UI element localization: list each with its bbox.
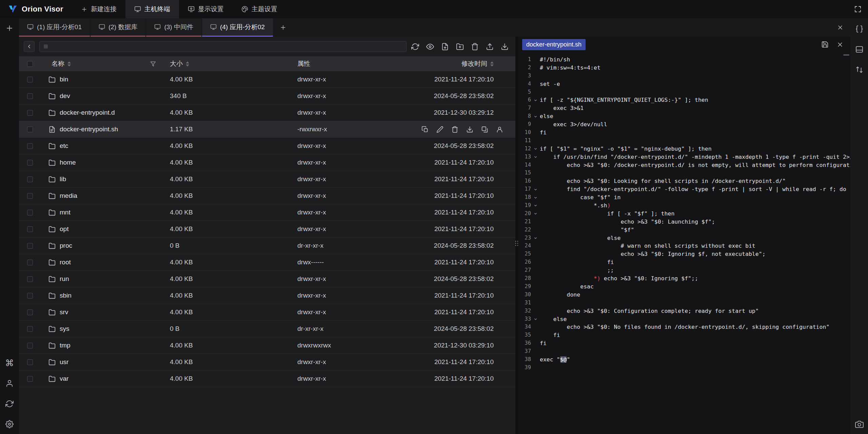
new-tab-icon[interactable]: [5, 24, 14, 33]
close-editor-icon[interactable]: [836, 41, 844, 48]
file-name-cell[interactable]: usr: [41, 358, 165, 366]
nav-item-host-terminal[interactable]: 主机终端: [125, 0, 179, 18]
permission-icon[interactable]: [496, 126, 503, 133]
file-name-cell[interactable]: docker-entrypoint.sh: [41, 126, 165, 133]
new-file-icon[interactable]: [441, 43, 449, 51]
select-all-checkbox[interactable]: [27, 61, 33, 67]
add-tab-button[interactable]: [274, 18, 293, 37]
sort-name-icon[interactable]: [67, 61, 71, 67]
new-folder-icon[interactable]: [456, 43, 464, 51]
table-row[interactable]: lib4.00 KBdrwxr-xr-x2021-11-24 17:20:10: [19, 171, 515, 188]
upload-icon[interactable]: [486, 43, 494, 51]
row-checkbox[interactable]: [27, 343, 33, 348]
file-name-cell[interactable]: proc: [41, 242, 165, 249]
file-name-cell[interactable]: lib: [41, 175, 165, 183]
sort-mtime-icon[interactable]: [490, 61, 494, 67]
camera-icon[interactable]: [855, 420, 864, 429]
sort-size-icon[interactable]: [186, 61, 189, 67]
delete-icon[interactable]: [471, 43, 479, 51]
file-name-cell[interactable]: root: [41, 259, 165, 266]
file-name-cell[interactable]: tmp: [41, 342, 165, 349]
close-panel-icon[interactable]: [837, 24, 844, 31]
file-name-cell[interactable]: media: [41, 192, 165, 200]
refresh-icon[interactable]: [411, 43, 419, 51]
table-row[interactable]: sys0 Bdr-xr-xr-x2024-05-28 23:58:02: [19, 321, 515, 337]
table-row[interactable]: docker-entrypoint.sh1.17 KB-rwxrwxr-x: [19, 121, 515, 138]
row-checkbox[interactable]: [27, 77, 33, 82]
editor-file-tab[interactable]: docker-entrypoint.sh: [522, 39, 586, 50]
file-name-cell[interactable]: etc: [41, 142, 165, 150]
fold-chevron-icon[interactable]: [531, 234, 540, 242]
row-checkbox[interactable]: [27, 110, 33, 116]
panel-icon[interactable]: [855, 45, 864, 54]
file-name-cell[interactable]: var: [41, 375, 165, 382]
row-checkbox[interactable]: [27, 176, 33, 182]
file-name-cell[interactable]: sbin: [41, 292, 165, 299]
tab-middleware[interactable]: (3) 中间件: [146, 18, 201, 37]
table-row[interactable]: mnt4.00 KBdrwxr-xr-x2021-11-24 17:20:10: [19, 204, 515, 221]
file-name-cell[interactable]: sys: [41, 325, 165, 333]
row-checkbox[interactable]: [27, 276, 33, 282]
row-checkbox[interactable]: [27, 243, 33, 249]
fold-chevron-icon[interactable]: [531, 153, 540, 161]
file-name-cell[interactable]: dev: [41, 92, 165, 100]
row-checkbox[interactable]: [27, 93, 33, 99]
row-checkbox[interactable]: [27, 210, 33, 215]
nav-item-new-connection[interactable]: 新建连接: [72, 0, 125, 18]
download-icon[interactable]: [466, 126, 473, 133]
tab-app-analysis-02[interactable]: (4) 应用-分析02: [202, 18, 273, 37]
table-row[interactable]: run4.00 KBdrwxr-xr-x2024-05-28 23:58:02: [19, 271, 515, 287]
nav-item-theme-settings[interactable]: 主题设置: [233, 0, 286, 18]
table-row[interactable]: etc4.00 KBdrwxr-xr-x2024-05-28 23:58:02: [19, 138, 515, 154]
row-checkbox[interactable]: [27, 226, 33, 232]
eye-icon[interactable]: [426, 43, 434, 51]
user-icon[interactable]: [5, 379, 14, 388]
braces-icon[interactable]: [855, 24, 864, 33]
row-checkbox[interactable]: [27, 359, 33, 365]
fullscreen-icon[interactable]: [854, 5, 862, 13]
file-name-cell[interactable]: opt: [41, 225, 165, 233]
tab-app-analysis-01[interactable]: (1) 应用-分析01: [19, 18, 90, 37]
fold-chevron-icon[interactable]: [531, 210, 540, 218]
table-row[interactable]: home4.00 KBdrwxr-xr-x2021-11-24 17:20:10: [19, 154, 515, 171]
row-checkbox[interactable]: [27, 127, 33, 132]
editor-scrollbar-thumb[interactable]: [843, 54, 849, 56]
nav-item-display-settings[interactable]: 显示设置: [179, 0, 233, 18]
file-name-cell[interactable]: home: [41, 159, 165, 166]
file-name-cell[interactable]: run: [41, 275, 165, 283]
edit-icon[interactable]: [436, 126, 443, 133]
table-row[interactable]: root4.00 KBdrwx------2021-11-24 17:20:10: [19, 254, 515, 271]
transfer-icon[interactable]: [855, 65, 864, 74]
row-checkbox[interactable]: [27, 193, 33, 199]
path-input[interactable]: [51, 43, 403, 50]
file-name-cell[interactable]: mnt: [41, 209, 165, 216]
fold-chevron-icon[interactable]: [531, 96, 540, 104]
table-row[interactable]: sbin4.00 KBdrwxr-xr-x2021-11-24 17:20:10: [19, 287, 515, 304]
fold-chevron-icon[interactable]: [531, 185, 540, 193]
fold-chevron-icon[interactable]: [531, 193, 540, 202]
filter-icon[interactable]: [150, 61, 156, 67]
table-row[interactable]: docker-entrypoint.d4.00 KBdrwxr-xr-x2021…: [19, 105, 515, 121]
row-checkbox[interactable]: [27, 309, 33, 315]
path-input-wrapper[interactable]: [39, 41, 407, 52]
file-name-cell[interactable]: bin: [41, 76, 165, 83]
tab-database[interactable]: (2) 数据库: [91, 18, 146, 37]
fold-chevron-icon[interactable]: [531, 145, 540, 153]
fold-chevron-icon[interactable]: [531, 202, 540, 210]
move-icon[interactable]: [481, 126, 488, 133]
back-button[interactable]: [24, 41, 35, 52]
table-row[interactable]: usr4.00 KBdrwxr-xr-x2021-11-24 17:20:10: [19, 354, 515, 371]
row-checkbox[interactable]: [27, 160, 33, 166]
table-row[interactable]: srv4.00 KBdrwxr-xr-x2021-11-24 17:20:10: [19, 304, 515, 321]
delete-icon[interactable]: [451, 126, 458, 133]
fold-chevron-icon[interactable]: [531, 315, 540, 323]
settings-icon[interactable]: [5, 420, 14, 429]
file-name-cell[interactable]: srv: [41, 308, 165, 316]
row-checkbox[interactable]: [27, 376, 33, 382]
table-row[interactable]: var4.00 KBdrwxr-xr-x2021-11-24 17:20:10: [19, 371, 515, 387]
table-row[interactable]: opt4.00 KBdrwxr-xr-x2021-11-24 17:20:10: [19, 221, 515, 238]
fold-chevron-icon[interactable]: [531, 112, 540, 120]
code-area[interactable]: 1#!/bin/sh2# vim:sw=4:ts=4:et34set -e56i…: [518, 52, 850, 434]
save-icon[interactable]: [821, 41, 829, 48]
table-row[interactable]: dev340 Bdrwxr-xr-x2024-05-28 23:58:02: [19, 88, 515, 105]
